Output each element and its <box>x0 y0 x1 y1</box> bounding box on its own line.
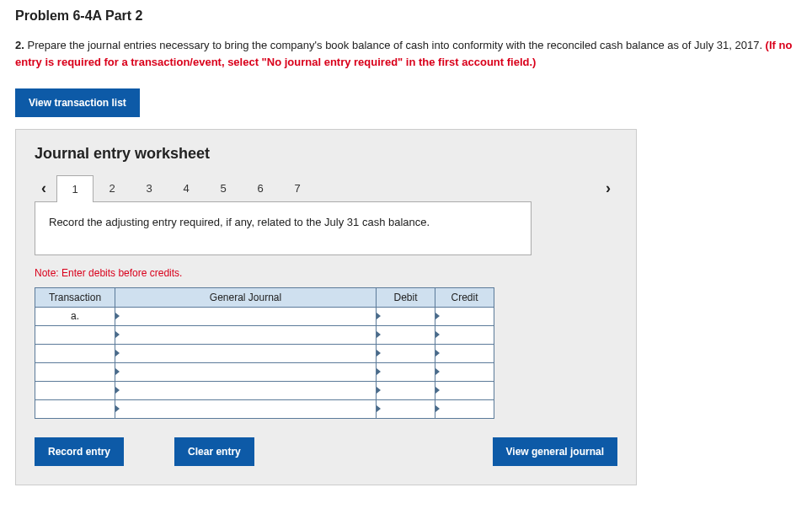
view-general-journal-button[interactable]: View general journal <box>493 437 617 466</box>
cell-general-journal[interactable] <box>115 362 377 381</box>
table-row: a. <box>35 307 494 325</box>
page-title: Problem 6-4A Part 2 <box>15 8 797 24</box>
cell-debit[interactable] <box>377 399 435 418</box>
tab-5[interactable]: 5 <box>205 175 242 201</box>
cell-credit[interactable] <box>435 344 494 362</box>
cell-transaction <box>35 381 115 399</box>
cell-general-journal[interactable] <box>115 307 377 325</box>
view-transaction-list-button[interactable]: View transaction list <box>15 88 140 117</box>
journal-worksheet-panel: Journal entry worksheet ‹ 1 2 3 4 5 6 7 … <box>15 129 637 485</box>
cell-general-journal[interactable] <box>115 325 377 344</box>
cell-general-journal[interactable] <box>115 381 377 399</box>
cell-transaction <box>35 325 115 344</box>
tab-1[interactable]: 1 <box>56 175 93 202</box>
chevron-right-icon[interactable]: › <box>599 179 617 197</box>
cell-debit[interactable] <box>377 344 435 362</box>
cell-credit[interactable] <box>435 362 494 381</box>
worksheet-button-row: Record entry Clear entry View general jo… <box>35 437 617 466</box>
cell-debit[interactable] <box>377 381 435 399</box>
table-row <box>35 362 494 381</box>
entry-prompt: Record the adjusting entry required, if … <box>35 201 532 255</box>
tabs-container: 1 2 3 4 5 6 7 <box>56 174 599 201</box>
tab-7[interactable]: 7 <box>279 175 316 201</box>
cell-credit[interactable] <box>435 325 494 344</box>
cell-credit[interactable] <box>435 399 494 418</box>
tab-3[interactable]: 3 <box>131 175 168 201</box>
cell-general-journal[interactable] <box>115 399 377 418</box>
chevron-left-icon[interactable]: ‹ <box>35 179 53 197</box>
cell-transaction <box>35 344 115 362</box>
cell-debit[interactable] <box>377 325 435 344</box>
cell-credit[interactable] <box>435 381 494 399</box>
tab-2[interactable]: 2 <box>93 175 131 201</box>
col-header-general-journal: General Journal <box>115 287 377 307</box>
tab-6[interactable]: 6 <box>242 175 279 201</box>
cell-general-journal[interactable] <box>115 344 377 362</box>
table-row <box>35 381 494 399</box>
table-row <box>35 325 494 344</box>
cell-debit[interactable] <box>377 362 435 381</box>
instruction-number: 2. <box>15 39 24 51</box>
tabs-row: ‹ 1 2 3 4 5 6 7 › <box>35 174 617 201</box>
record-entry-button[interactable]: Record entry <box>35 437 124 466</box>
cell-credit[interactable] <box>435 307 494 325</box>
journal-grid: Transaction General Journal Debit Credit… <box>35 287 494 419</box>
col-header-credit: Credit <box>435 287 494 307</box>
worksheet-heading: Journal entry worksheet <box>35 145 617 163</box>
cell-transaction <box>35 362 115 381</box>
cell-transaction: a. <box>35 307 115 325</box>
instruction-body: Prepare the journal entries necessary to… <box>24 39 766 51</box>
clear-entry-button[interactable]: Clear entry <box>174 437 254 466</box>
cell-transaction <box>35 399 115 418</box>
debits-before-credits-note: Note: Enter debits before credits. <box>35 267 617 279</box>
cell-debit[interactable] <box>377 307 435 325</box>
table-row <box>35 399 494 418</box>
col-header-debit: Debit <box>377 287 435 307</box>
table-row <box>35 344 494 362</box>
col-header-transaction: Transaction <box>35 287 115 307</box>
tab-4[interactable]: 4 <box>168 175 205 201</box>
instruction-text: 2. Prepare the journal entries necessary… <box>15 37 797 70</box>
